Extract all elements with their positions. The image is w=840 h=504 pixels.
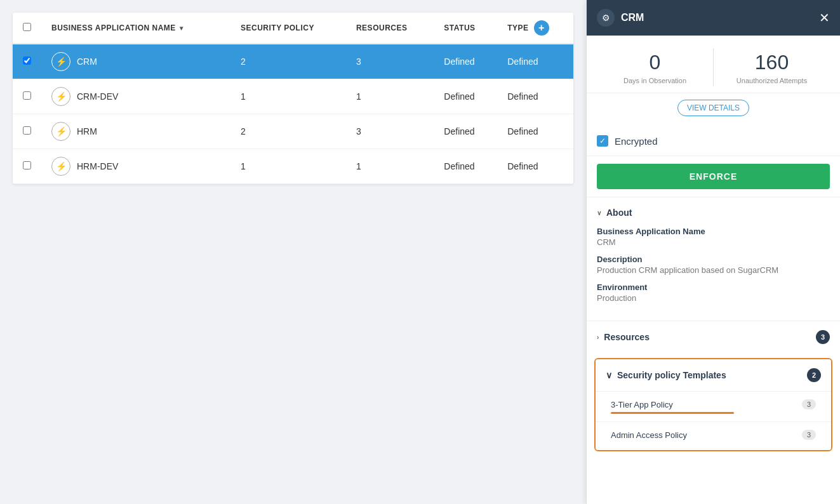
row-resources-cell: 1 <box>346 79 434 114</box>
row-type-cell: Defined <box>497 44 573 79</box>
table-row[interactable]: ⚡ HRM-DEV 1 1 Defined Defined <box>13 149 573 184</box>
unauthorized-attempts-value: 160 <box>714 51 830 74</box>
row-icon: ⚡ <box>51 52 70 71</box>
unauthorized-attempts-label: Unauthorized Attempts <box>714 77 830 84</box>
row-status-cell: Defined <box>434 149 497 184</box>
row-checkbox[interactable] <box>23 126 31 135</box>
row-checkbox[interactable] <box>23 56 31 65</box>
app-name-field: Business Application Name CRM <box>597 227 830 247</box>
policy-badge: 3 <box>802 430 816 440</box>
environment-field-value: Production <box>597 293 830 303</box>
row-resources-cell: 3 <box>346 114 434 149</box>
policy-name: 3-Tier App Policy <box>611 400 673 409</box>
row-checkbox-cell[interactable] <box>13 114 41 149</box>
policy-name: Admin Access Policy <box>611 430 687 440</box>
days-in-observation-value: 0 <box>597 51 713 74</box>
encrypted-row: ✓ Encrypted <box>587 126 840 156</box>
row-type-cell: Defined <box>497 114 573 149</box>
row-name-cell: ⚡ CRM <box>41 44 230 79</box>
row-checkbox-cell[interactable] <box>13 149 41 184</box>
policy-badge: 3 <box>802 399 816 409</box>
col-header-name: BUSINESS APPLICATION NAME ▼ <box>41 13 230 44</box>
checkmark-icon: ✓ <box>599 136 606 145</box>
resources-label: Resources <box>604 332 650 342</box>
row-resources-cell: 3 <box>346 44 434 79</box>
spacer <box>587 456 840 469</box>
row-icon: ⚡ <box>51 122 70 141</box>
app-name-field-value: CRM <box>597 237 830 247</box>
row-checkbox[interactable] <box>23 91 31 100</box>
row-policy-cell: 2 <box>230 114 346 149</box>
resources-section: › Resources 3 <box>587 321 840 353</box>
lightning-icon: ⚡ <box>56 91 67 102</box>
table-row[interactable]: ⚡ HRM 2 3 Defined Defined <box>13 114 573 149</box>
row-status-cell: Defined <box>434 44 497 79</box>
row-resources-cell: 1 <box>346 149 434 184</box>
row-type-cell: Defined <box>497 79 573 114</box>
lightning-icon: ⚡ <box>56 161 67 171</box>
chevron-right-icon: › <box>597 334 599 341</box>
gear-icon: ⚙ <box>602 13 610 23</box>
detail-panel: ⚙ CRM ✕ 0 Days in Observation 160 Unauth… <box>586 0 840 504</box>
security-policy-templates-badge: 2 <box>807 368 821 382</box>
panel-header-left: ⚙ CRM <box>597 9 644 27</box>
resources-badge: 3 <box>816 330 830 344</box>
table-container: BUSINESS APPLICATION NAME ▼ SECURITY POL… <box>13 13 573 184</box>
days-in-observation-label: Days in Observation <box>597 77 713 84</box>
row-name-cell: ⚡ HRM-DEV <box>41 149 230 184</box>
col-header-policy: SECURITY POLICY <box>230 13 346 44</box>
unauthorized-attempts-block: 160 Unauthorized Attempts <box>714 51 830 84</box>
stats-row: 0 Days in Observation 160 Unauthorized A… <box>587 36 840 93</box>
add-column-button[interactable]: + <box>534 20 549 36</box>
security-policy-templates-section: ∨ Security policy Templates 2 3-Tier App… <box>594 358 832 451</box>
sort-arrow-icon: ▼ <box>178 25 185 32</box>
row-icon: ⚡ <box>51 157 70 176</box>
applications-table: BUSINESS APPLICATION NAME ▼ SECURITY POL… <box>13 13 573 184</box>
enforce-button[interactable]: ENFORCE <box>597 164 830 189</box>
encrypted-label: Encrypted <box>615 136 658 147</box>
row-type-cell: Defined <box>497 149 573 184</box>
panel-app-icon: ⚙ <box>597 9 615 27</box>
panel-header: ⚙ CRM ✕ <box>587 0 840 36</box>
row-name-cell: ⚡ CRM-DEV <box>41 79 230 114</box>
row-policy-cell: 1 <box>230 149 346 184</box>
main-area: BUSINESS APPLICATION NAME ▼ SECURITY POL… <box>0 0 586 504</box>
chevron-down-icon: ∨ <box>606 370 612 380</box>
close-button[interactable]: ✕ <box>819 11 830 24</box>
col-header-resources: RESOURCES <box>346 13 434 44</box>
table-row[interactable]: ⚡ CRM-DEV 1 1 Defined Defined <box>13 79 573 114</box>
about-label: About <box>606 208 632 218</box>
about-section: ∨ About Business Application Name CRM De… <box>587 197 840 321</box>
row-name-cell: ⚡ HRM <box>41 114 230 149</box>
row-policy-cell: 1 <box>230 79 346 114</box>
table-row[interactable]: ⚡ CRM 2 3 Defined Defined <box>13 44 573 79</box>
security-policy-templates-header[interactable]: ∨ Security policy Templates 2 <box>596 359 831 391</box>
row-status-cell: Defined <box>434 79 497 114</box>
select-all-checkbox[interactable] <box>23 23 31 31</box>
panel-title: CRM <box>621 12 644 23</box>
row-status-cell: Defined <box>434 114 497 149</box>
row-policy-cell: 2 <box>230 44 346 79</box>
about-section-header[interactable]: ∨ About <box>597 208 830 218</box>
environment-field-label: Environment <box>597 282 830 292</box>
list-item[interactable]: Admin Access Policy 3 <box>596 421 831 450</box>
description-field-label: Description <box>597 255 830 264</box>
environment-field: Environment Production <box>597 282 830 303</box>
resources-section-header[interactable]: › Resources 3 <box>597 330 830 344</box>
view-details-button[interactable]: VIEW DETAILS <box>677 100 749 116</box>
lightning-icon: ⚡ <box>56 56 67 67</box>
lightning-icon: ⚡ <box>56 126 67 136</box>
col-header-type: TYPE + <box>497 13 573 44</box>
security-policy-templates-label: Security policy Templates <box>617 370 726 380</box>
app-name-field-label: Business Application Name <box>597 227 830 236</box>
encrypted-checkbox[interactable]: ✓ <box>597 135 608 147</box>
description-field: Description Production CRM application b… <box>597 255 830 275</box>
row-checkbox[interactable] <box>23 161 31 169</box>
chevron-down-icon: ∨ <box>597 209 601 216</box>
days-in-observation-block: 0 Days in Observation <box>597 51 713 84</box>
list-item[interactable]: 3-Tier App Policy 3 <box>596 391 831 421</box>
row-checkbox-cell[interactable] <box>13 79 41 114</box>
select-all-header[interactable] <box>13 13 41 44</box>
row-checkbox-cell[interactable] <box>13 44 41 79</box>
description-field-value: Production CRM application based on Suga… <box>597 265 830 275</box>
